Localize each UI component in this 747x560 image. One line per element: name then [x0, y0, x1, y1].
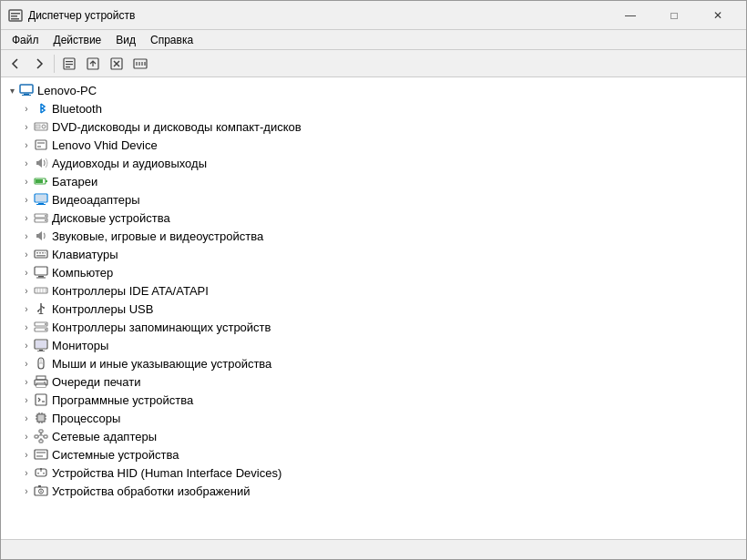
svg-rect-44 [38, 276, 44, 278]
svg-point-35 [45, 215, 46, 217]
item-arrow: › [19, 301, 34, 316]
svg-rect-23 [36, 140, 46, 149]
svg-rect-92 [36, 452, 46, 453]
list-item[interactable]: › Очереди печати [1, 372, 746, 391]
list-item[interactable]: › Контроллеры запоминающих устройств [1, 318, 746, 336]
bluetooth-icon [34, 101, 48, 116]
uninstall-button[interactable] [106, 53, 128, 75]
item-arrow: › [19, 429, 34, 443]
list-item[interactable]: › Мониторы [1, 336, 746, 354]
svg-rect-19 [22, 95, 31, 96]
item-label: Батареи [52, 175, 97, 188]
printer-icon [34, 374, 48, 389]
svg-rect-6 [66, 64, 73, 65]
minimize-button[interactable]: — [609, 1, 651, 30]
display-icon [34, 192, 48, 207]
list-item[interactable]: › Системные устройства [1, 445, 746, 463]
list-item[interactable]: › Lenovo Vhid Device [1, 136, 746, 154]
list-item[interactable]: › Видеоадаптеры [1, 190, 746, 209]
device-manager-window: Диспетчер устройств — □ ✕ Файл Действие … [0, 0, 747, 560]
svg-rect-30 [38, 203, 44, 204]
svg-rect-62 [39, 350, 43, 351]
svg-line-89 [41, 434, 44, 437]
item-label: Видеоадаптеры [52, 193, 140, 207]
item-arrow: › [19, 484, 34, 498]
update-driver-button[interactable] [82, 53, 104, 75]
device-tree[interactable]: ▾ Lenovo-PC › Bluetooth › [1, 77, 746, 539]
item-arrow: › [19, 119, 34, 134]
svg-point-59 [45, 329, 46, 331]
svg-rect-39 [39, 252, 41, 254]
list-item[interactable]: › Клавиатуры [1, 245, 746, 263]
svg-rect-74 [38, 415, 44, 421]
menu-action[interactable]: Действие [46, 32, 109, 48]
list-item[interactable]: › Контроллеры USB [1, 300, 746, 318]
item-label: Контроллеры запоминающих устройств [52, 321, 271, 334]
item-arrow: › [19, 465, 34, 480]
network-icon [34, 429, 48, 443]
list-item[interactable]: › Устройства HID (Human Interface Device… [1, 463, 746, 482]
title-bar: Диспетчер устройств — □ ✕ [1, 1, 746, 30]
svg-rect-28 [46, 180, 47, 182]
list-item[interactable]: › Контроллеры IDE ATA/ATAPI [1, 281, 746, 300]
item-label: Мыши и иные указывающие устройства [52, 357, 271, 371]
item-arrow: › [19, 229, 34, 243]
window-title: Диспетчер устройств [28, 9, 609, 22]
list-item[interactable]: › Дисковые устройства [1, 209, 746, 227]
maximize-button[interactable]: □ [653, 1, 695, 30]
scan-hardware-button[interactable] [129, 53, 151, 75]
svg-line-88 [38, 434, 41, 437]
svg-rect-7 [66, 66, 70, 67]
item-arrow: › [19, 338, 34, 352]
svg-rect-98 [43, 473, 45, 474]
menu-file[interactable]: Файл [5, 32, 46, 48]
item-label: Устройства HID (Human Interface Devices) [52, 466, 281, 480]
item-arrow: › [19, 192, 34, 207]
svg-rect-84 [35, 435, 38, 438]
menu-help[interactable]: Справка [143, 32, 200, 48]
svg-rect-85 [44, 435, 47, 438]
list-item[interactable]: › Компьютер [1, 263, 746, 281]
svg-point-21 [42, 125, 46, 128]
pc-icon [34, 265, 48, 280]
item-label: DVD-дисководы и дисководы компакт-дисков [52, 120, 302, 134]
tree-root[interactable]: ▾ Lenovo-PC [1, 81, 746, 99]
forward-button[interactable] [28, 53, 50, 75]
svg-rect-31 [36, 204, 46, 205]
list-item[interactable]: › Устройства обработки изображений [1, 482, 746, 500]
item-arrow: › [19, 101, 34, 116]
audio-icon [34, 156, 48, 170]
list-item[interactable]: › Программные устройства [1, 391, 746, 409]
item-arrow: › [19, 392, 34, 407]
svg-rect-27 [36, 179, 43, 183]
dvd-icon [34, 119, 48, 134]
svg-rect-83 [39, 430, 43, 433]
svg-point-53 [43, 307, 45, 309]
list-item[interactable]: › Звуковые, игровые и видеоустройства [1, 227, 746, 245]
device-icon [34, 137, 48, 152]
list-item[interactable]: › Аудиовходы и аудиовыходы [1, 154, 746, 172]
list-item[interactable]: › Мыши и иные указывающие устройства [1, 354, 746, 372]
svg-rect-3 [11, 18, 19, 20]
item-arrow: › [19, 283, 34, 298]
list-item[interactable]: › Сетевые адаптеры [1, 427, 746, 445]
svg-rect-61 [36, 341, 46, 348]
close-button[interactable]: ✕ [697, 1, 739, 30]
svg-rect-101 [38, 485, 41, 487]
item-arrow: › [19, 174, 34, 188]
list-item[interactable]: › Процессоры [1, 409, 746, 427]
menu-bar: Файл Действие Вид Справка [1, 30, 746, 50]
item-arrow: › [19, 356, 34, 371]
list-item[interactable]: › DVD-дисководы и дисководы компакт-диск… [1, 117, 746, 136]
menu-view[interactable]: Вид [108, 32, 143, 48]
svg-rect-45 [36, 278, 46, 279]
list-item[interactable]: › Батареи [1, 172, 746, 190]
svg-rect-38 [36, 252, 38, 254]
item-label: Звуковые, игровые и видеоустройства [52, 229, 263, 243]
item-arrow: › [19, 210, 34, 225]
back-button[interactable] [5, 53, 26, 75]
item-arrow: › [19, 320, 34, 334]
properties-button[interactable] [58, 53, 80, 75]
system-icon [34, 447, 48, 462]
list-item[interactable]: › Bluetooth [1, 99, 746, 117]
